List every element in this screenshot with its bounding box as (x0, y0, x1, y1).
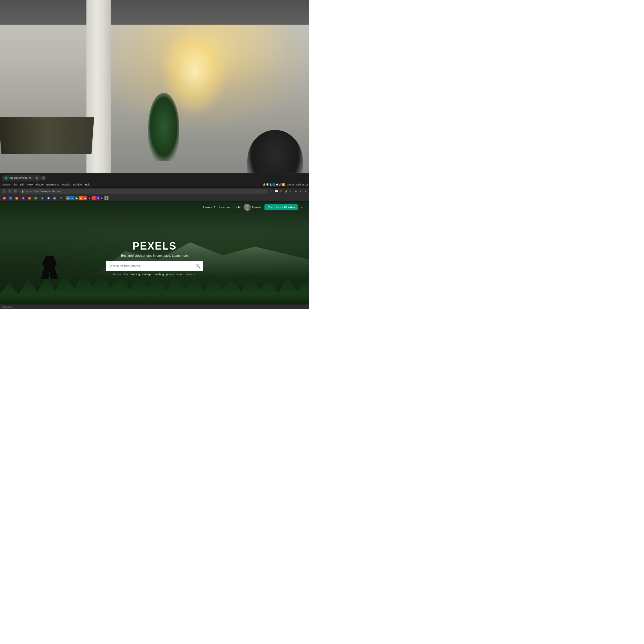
menu-chrome[interactable]: hrome (1, 183, 11, 186)
pinterest-icon[interactable]: P (279, 189, 283, 193)
bookmark-item-3[interactable]: ◉ (21, 196, 26, 200)
toolbar-icon-9[interactable]: M (100, 196, 104, 200)
menu-help[interactable]: Help (84, 183, 92, 186)
bookmark-favicon-9: M (60, 197, 62, 199)
search-tag-wood[interactable]: wood (176, 273, 183, 276)
hero-section: Browse ▼ License Tools Daniel (0, 202, 309, 309)
search-tag-vintage[interactable]: vintage (142, 273, 151, 276)
svg-point-0 (246, 205, 249, 208)
reload-button[interactable]: ↻ (13, 189, 18, 193)
menu-file[interactable]: File (11, 183, 19, 186)
toolbar-icon-6[interactable]: A (87, 196, 91, 200)
bookmark-favicon-8: M (53, 197, 56, 199)
person-silhouette (37, 257, 62, 279)
menu-history[interactable]: History (34, 183, 45, 186)
tools-nav-item[interactable]: Tools (233, 206, 241, 209)
bookmark-star-icon[interactable]: ☆ (269, 189, 273, 193)
toolbar-icon-5[interactable]: A (83, 196, 87, 200)
search-tag-blur[interactable]: blur (123, 273, 128, 276)
battery-label: 100 % (287, 183, 294, 186)
status-text: Searches (2, 306, 12, 308)
tab-close-button[interactable]: × (35, 177, 38, 179)
back-button[interactable]: ‹ (2, 189, 6, 193)
system-time: Wed 16:15 (296, 183, 308, 186)
bookmark-item-7[interactable]: ◆ (46, 196, 51, 200)
bookmark-item-4[interactable]: ▶ (27, 196, 32, 200)
menu-view[interactable]: View (26, 183, 34, 186)
toolbar-icon-1[interactable]: ◈ (66, 196, 70, 200)
website-content: Browse ▼ License Tools Daniel (0, 202, 309, 309)
search-tag-meeting[interactable]: meeting (154, 273, 164, 276)
new-tab-button[interactable]: + (41, 176, 46, 180)
browser-chrome: Free Stock Photos · Pexels × + hrome Fil… (0, 174, 309, 202)
menu-bar: hrome File Edit View History Bookmarks P… (0, 182, 309, 188)
toolbar-icon-10[interactable]: ≡ (104, 196, 108, 200)
reading-list-icon[interactable]: 📖 (274, 189, 278, 193)
plant (148, 93, 179, 161)
search-tag-training[interactable]: training (131, 273, 140, 276)
contribute-photos-button[interactable]: Contribute Photos (264, 204, 298, 210)
menu-people[interactable]: People (61, 183, 72, 186)
bookmark-favicon-7: ◆ (47, 197, 50, 199)
url-text: https://www.pexels.com (33, 190, 60, 193)
address-input[interactable]: 🔒 Secure https://www.pexels.com (19, 189, 268, 194)
bookmark-favicon-3: ◉ (22, 197, 25, 199)
bookmark-favicon-2: ■ (15, 197, 18, 199)
browse-chevron-icon: ▼ (213, 206, 216, 208)
bookmark-favicon-0: M (3, 197, 6, 199)
status-bar: Searches (0, 305, 309, 309)
bookmark-item-0[interactable]: M (2, 196, 7, 200)
search-bar[interactable]: 🔍 (106, 261, 203, 271)
forward-button[interactable]: › (7, 189, 12, 193)
menu-edit[interactable]: Edit (18, 183, 26, 186)
pexels-navbar: Browse ▼ License Tools Daniel (0, 202, 309, 213)
bookmark-favicon-5: ⬡ (34, 197, 37, 199)
bookmark-item-9[interactable]: M (58, 196, 64, 200)
browse-nav-item[interactable]: Browse ▼ (202, 206, 216, 209)
toolbar-icon-2[interactable]: ∞ (70, 196, 74, 200)
monitor-frame: Free Stock Photos · Pexels × + hrome Fil… (0, 173, 309, 309)
address-icons: ☆ 📖 P ⚡ ★ ◆ ● ▼ (269, 189, 307, 193)
toolbar-icon-3[interactable]: ◉ (74, 196, 78, 200)
extension-icon-2[interactable]: ★ (289, 189, 293, 193)
toolbar-icon-4[interactable]: ▲ (79, 196, 83, 200)
search-tags: house blur training vintage meeting phon… (106, 273, 203, 276)
tab-favicon (5, 177, 7, 179)
license-nav-item[interactable]: License (219, 206, 230, 209)
svg-point-1 (245, 208, 250, 211)
bookmark-favicon-6: ◈ (41, 197, 44, 199)
extension-icon-1[interactable]: ⚡ (284, 189, 288, 193)
system-info: 🔒🛡️💧🌐☁️🔊📶 100 % Wed 16:15 (263, 183, 308, 186)
extension-icon-5[interactable]: ▼ (303, 189, 307, 193)
menu-bookmarks[interactable]: Bookmarks (45, 183, 61, 186)
menu-window[interactable]: Window (72, 183, 84, 186)
address-bar-row: ‹ › ↻ 🔒 Secure https://www.pexels.com ☆ … (0, 188, 309, 195)
learn-more-link[interactable]: Learn more (172, 254, 188, 257)
secure-label: Secure (25, 190, 32, 193)
search-tag-phone[interactable]: phone (166, 273, 174, 276)
browser-tab-active[interactable]: Free Stock Photos · Pexels × (2, 175, 41, 181)
bookmarks-bar: M G ■ ◉ ▶ ⬡ ◈ (0, 195, 309, 202)
more-options-button[interactable]: ··· (301, 205, 305, 210)
person-body (37, 257, 62, 279)
user-nav-item[interactable]: Daniel (244, 204, 261, 211)
bookmark-item-6[interactable]: ◈ (39, 196, 45, 200)
extension-icon-4[interactable]: ● (299, 189, 303, 193)
user-avatar (244, 204, 251, 211)
bookmark-item-5[interactable]: ⬡ (33, 196, 38, 200)
search-tag-more[interactable]: more → (185, 273, 196, 276)
search-tag-house[interactable]: house (113, 273, 121, 276)
secure-icon: 🔒 (21, 190, 24, 193)
battery-icon: 🔒🛡️💧🌐☁️🔊📶 (263, 183, 285, 186)
background-photo: Free Stock Photos · Pexels × + hrome Fil… (0, 0, 309, 309)
search-input[interactable] (109, 264, 193, 268)
ceiling (0, 0, 309, 25)
toolbar-icon-7[interactable]: B (92, 196, 96, 200)
column (86, 0, 111, 192)
bookmark-item-8[interactable]: M (52, 196, 57, 200)
toolbar-icon-8[interactable]: M (96, 196, 100, 200)
bookmark-item-1[interactable]: G (8, 196, 13, 200)
bookmark-item-2[interactable]: ■ (14, 196, 19, 200)
extension-icon-3[interactable]: ◆ (294, 189, 298, 193)
user-name-label: Daniel (252, 206, 261, 209)
